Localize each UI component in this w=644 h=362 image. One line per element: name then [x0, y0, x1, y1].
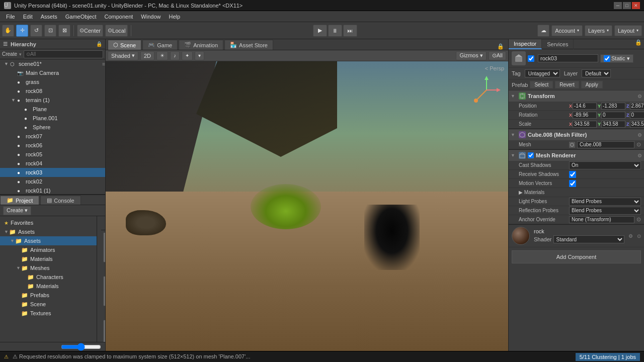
asset-animators[interactable]: Animators	[101, 230, 105, 271]
hierarchy-item-rock05[interactable]: ● rock05	[0, 150, 105, 159]
tool-scale[interactable]: ⊡	[44, 25, 56, 37]
mesh-ref-pick-icon[interactable]: ⊙	[636, 141, 641, 148]
scene-options-button[interactable]: ▾	[195, 51, 204, 60]
hierarchy-item-rock01[interactable]: ● rock01 (1)	[0, 186, 105, 194]
asset-meshes[interactable]: Meshes	[101, 318, 105, 342]
scene-view[interactable]: < Persp	[106, 61, 508, 351]
scale-y-input[interactable]	[601, 121, 625, 128]
tab-console[interactable]: ▤ Console	[40, 196, 80, 205]
material-options-icon[interactable]: ⚙	[628, 233, 633, 239]
minimize-button[interactable]: ─	[614, 2, 622, 9]
lights-button[interactable]: ☀	[156, 51, 168, 60]
gizmos-button[interactable]: Gizmos ▾	[456, 51, 486, 60]
object-enabled-checkbox[interactable]	[528, 55, 534, 62]
tag-select[interactable]: Untagged	[525, 69, 560, 77]
menu-gameobject[interactable]: GameObject	[61, 13, 101, 21]
step-button[interactable]: ⏭	[343, 25, 357, 37]
static-button[interactable]: Static ▾	[600, 54, 633, 63]
scene-lock-icon[interactable]: 🔒	[495, 43, 506, 50]
tree-meshes[interactable]: ▼ 📁 Meshes	[0, 263, 97, 273]
tree-materials2[interactable]: 📁 Materials	[0, 282, 97, 291]
light-probes-select[interactable]: Blend Probes	[569, 198, 641, 206]
mesh-renderer-header[interactable]: ▼ Mesh Renderer ⚙	[509, 150, 644, 161]
receive-shadows-checkbox[interactable]	[569, 171, 576, 178]
static-checkbox[interactable]	[604, 55, 610, 62]
hierarchy-item-rock07[interactable]: ● rock07	[0, 132, 105, 141]
position-y-input[interactable]	[601, 103, 625, 110]
rotation-x-input[interactable]	[573, 112, 597, 119]
object-name-input[interactable]	[538, 54, 598, 62]
scene-layers-filter[interactable]: ⊙All	[489, 51, 506, 60]
tree-materials[interactable]: 📁 Materials	[0, 254, 97, 263]
tree-scene[interactable]: 📁 Scene	[0, 300, 97, 309]
maximize-button[interactable]: □	[623, 2, 631, 9]
menu-help[interactable]: Help	[165, 13, 184, 21]
tree-characters[interactable]: 📁 Characters	[0, 273, 97, 282]
layout-dropdown[interactable]: Layout ▾	[614, 25, 642, 36]
scale-z-input[interactable]	[630, 121, 644, 128]
add-component-button[interactable]: Add Component	[512, 250, 641, 263]
tool-rotate[interactable]: ↺	[30, 25, 42, 37]
transform-header[interactable]: ▼ Transform ⚙	[509, 90, 644, 102]
tree-assets-root[interactable]: ▼ 📁 Assets	[0, 227, 97, 236]
tree-favorites[interactable]: ★ Favorites	[0, 218, 97, 227]
shading-dropdown[interactable]: Shaded ▾	[108, 51, 138, 60]
tool-hand[interactable]: ✋	[2, 25, 14, 37]
pause-button[interactable]: ⏸	[328, 25, 342, 37]
hierarchy-item-rock04[interactable]: ● rock04	[0, 159, 105, 168]
position-x-input[interactable]	[573, 103, 597, 110]
tab-project[interactable]: 📁 Project	[0, 196, 39, 205]
hierarchy-item-rock02[interactable]: ● rock02	[0, 177, 105, 186]
local-global-button[interactable]: ⊙ Local	[105, 25, 128, 37]
rotation-z-input[interactable]	[630, 112, 644, 119]
tool-rect[interactable]: ⊠	[58, 25, 70, 37]
center-pivot-button[interactable]: ⊙ Center	[77, 25, 103, 37]
tab-inspector[interactable]: Inspector	[509, 39, 542, 49]
material-name[interactable]: rock	[534, 228, 624, 234]
scale-x-input[interactable]	[573, 121, 597, 128]
asset-materials[interactable]: Materials	[101, 274, 105, 315]
anchor-ref-box[interactable]: None (Transform)	[569, 216, 634, 223]
hierarchy-item-sphere[interactable]: ● Sphere	[0, 123, 105, 132]
prefab-select-button[interactable]: Select	[530, 81, 553, 88]
transform-options-icon[interactable]: ⚙	[637, 94, 642, 99]
hierarchy-item-rock03[interactable]: ● rock03	[0, 168, 105, 177]
prefab-revert-button[interactable]: Revert	[555, 81, 579, 88]
layer-select[interactable]: Default	[582, 69, 611, 77]
layers-dropdown[interactable]: Layers ▾	[585, 25, 612, 36]
tab-animation[interactable]: 🎬 Animation	[179, 40, 223, 50]
hierarchy-item-rock06[interactable]: ● rock06	[0, 141, 105, 150]
menu-component[interactable]: Component	[100, 13, 137, 21]
tree-textures[interactable]: 📁 Textures	[0, 309, 97, 318]
hierarchy-item-plane[interactable]: ● Plane	[0, 105, 105, 114]
tree-assets[interactable]: ▼ 📁 Assets	[0, 236, 97, 245]
reflection-probes-select[interactable]: Blend Probes	[569, 207, 641, 215]
tree-prefabs[interactable]: 📁 Prefabs	[0, 291, 97, 300]
motion-vectors-checkbox[interactable]	[569, 180, 576, 187]
menu-window[interactable]: Window	[137, 13, 165, 21]
mesh-ref-box[interactable]: Cube.008	[577, 141, 634, 148]
fx-button[interactable]: ✦	[182, 51, 193, 60]
play-button[interactable]: ▶	[313, 25, 327, 37]
cast-shadows-select[interactable]: On	[569, 161, 641, 169]
hierarchy-item-terrain[interactable]: ▼ ● terrain (1)	[0, 96, 105, 105]
cloud-button[interactable]: ☁	[537, 25, 549, 37]
position-z-input[interactable]	[630, 103, 644, 110]
mesh-renderer-options-icon[interactable]: ⚙	[637, 153, 642, 158]
dimension-button[interactable]: 2D	[140, 51, 154, 60]
hierarchy-item-scene[interactable]: ▼ ⬡ scene01* ≡	[0, 59, 105, 68]
tab-assetstore[interactable]: 🏪 Asset Store	[224, 40, 273, 50]
account-dropdown[interactable]: Account ▾	[551, 25, 583, 36]
mesh-renderer-enabled[interactable]	[528, 152, 534, 158]
prefab-apply-button[interactable]: Apply	[581, 81, 603, 88]
asset-size-slider[interactable]	[61, 344, 101, 349]
mesh-filter-options-icon[interactable]: ⚙	[637, 132, 642, 138]
menu-file[interactable]: File	[2, 13, 19, 21]
close-button[interactable]: ✕	[632, 2, 640, 9]
project-create-button[interactable]: Create ▾	[3, 206, 31, 215]
hierarchy-item-grass[interactable]: ● grass	[0, 77, 105, 86]
tab-game[interactable]: 🎮 Game	[142, 40, 178, 50]
rotation-y-input[interactable]	[601, 112, 625, 119]
mesh-filter-header[interactable]: ▼ Cube.008 (Mesh Filter) ⚙	[509, 129, 644, 140]
anchor-pick-icon[interactable]: ⊙	[636, 216, 641, 223]
